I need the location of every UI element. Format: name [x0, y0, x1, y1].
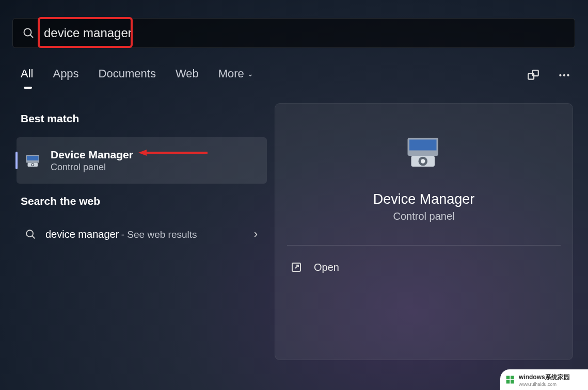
- svg-point-11: [32, 164, 34, 166]
- svg-rect-24: [506, 380, 510, 384]
- divider: [287, 245, 561, 246]
- watermark-url: www.ruihaidu.com: [519, 382, 570, 387]
- chevron-down-icon: ⌄: [247, 70, 253, 78]
- search-icon: [22, 27, 35, 39]
- open-action[interactable]: Open: [287, 253, 561, 282]
- best-match-subtitle: Control panel: [51, 162, 133, 173]
- open-icon: [290, 261, 303, 273]
- svg-point-20: [421, 159, 425, 163]
- window-options-button[interactable]: [525, 67, 542, 84]
- windows-logo-icon: [505, 375, 516, 385]
- more-options-button[interactable]: [556, 67, 573, 84]
- chevron-right-icon: ›: [254, 228, 258, 241]
- search-web-heading: Search the web: [21, 195, 100, 207]
- svg-point-0: [24, 29, 31, 36]
- best-match-title: Device Manager: [51, 149, 133, 161]
- web-result-query: device manager: [45, 229, 119, 240]
- watermark: windows系统家园 www.ruihaidu.com: [500, 369, 588, 390]
- search-icon: [25, 229, 36, 240]
- detail-title: Device Manager: [373, 191, 475, 207]
- tab-more[interactable]: More ⌄: [218, 67, 253, 88]
- web-search-result[interactable]: device manager - See web results ›: [17, 219, 267, 249]
- svg-line-15: [32, 236, 35, 238]
- tab-web[interactable]: Web: [176, 67, 199, 88]
- detail-panel: Device Manager Control panel Open: [275, 103, 573, 360]
- open-action-label: Open: [314, 262, 339, 273]
- search-bar[interactable]: [12, 18, 575, 48]
- active-tab-indicator: [24, 87, 32, 89]
- watermark-tag: 系统家园: [545, 373, 570, 381]
- svg-point-5: [563, 74, 565, 76]
- web-result-hint: - See web results: [121, 229, 197, 240]
- svg-rect-8: [27, 156, 39, 160]
- svg-rect-22: [506, 376, 510, 380]
- svg-rect-17: [409, 140, 437, 151]
- svg-point-14: [26, 230, 33, 237]
- svg-rect-23: [511, 376, 514, 380]
- svg-point-6: [567, 74, 569, 76]
- tab-apps[interactable]: Apps: [53, 67, 78, 88]
- tab-documents[interactable]: Documents: [99, 67, 156, 88]
- svg-line-1: [30, 35, 34, 38]
- filter-tabs: All Apps Documents Web More ⌄: [21, 67, 253, 88]
- device-manager-icon: [24, 151, 42, 170]
- search-input[interactable]: [35, 26, 293, 40]
- tab-all[interactable]: All: [21, 67, 33, 88]
- best-match-heading: Best match: [21, 112, 79, 125]
- best-match-result[interactable]: Device Manager Control panel: [17, 137, 267, 184]
- svg-rect-25: [511, 380, 514, 384]
- tab-more-label: More: [218, 67, 244, 80]
- header-right-controls: [525, 67, 573, 84]
- device-manager-icon: [402, 131, 446, 174]
- svg-point-4: [559, 74, 561, 76]
- ellipsis-icon: [558, 69, 571, 82]
- detail-subtitle: Control panel: [393, 210, 455, 222]
- watermark-brand: windows: [519, 373, 545, 381]
- window-options-icon: [527, 69, 540, 82]
